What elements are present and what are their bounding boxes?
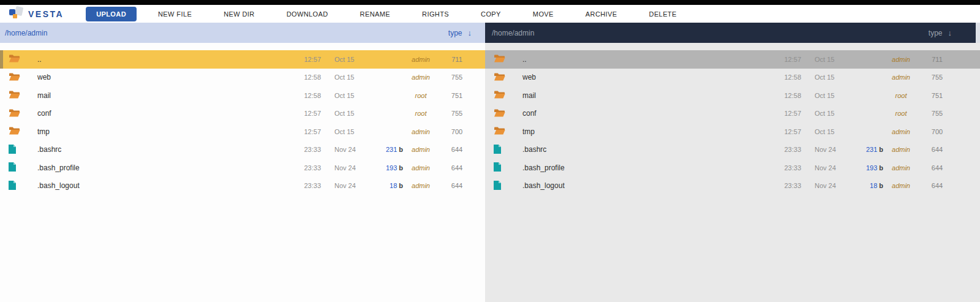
file-date: Nov 24 (801, 146, 853, 153)
file-row[interactable]: .bash_logout 23:33 Nov 24 18b admin 644 (485, 177, 980, 195)
file-row[interactable]: .bash_profile 23:33 Nov 24 193b admin 64… (0, 159, 485, 177)
file-time: 12:57 (766, 56, 801, 63)
file-owner: admin (403, 182, 439, 189)
toolbar-menu: UPLOAD NEW FILE NEW DIR DOWNLOAD RENAME … (86, 7, 693, 21)
file-permissions: 755 (439, 74, 475, 81)
file-date: Oct 15 (801, 56, 853, 63)
folder-icon (494, 54, 505, 64)
file-name: .bash_profile (29, 164, 285, 172)
rights-button[interactable]: RIGHTS (406, 7, 465, 21)
file-time: 23:33 (766, 164, 801, 172)
sort-label: type (929, 29, 943, 37)
file-permissions: 644 (439, 182, 475, 189)
left-pane: /home/admin type ↓ .. 12:57 Oc (0, 23, 485, 302)
folder-icon (9, 90, 20, 100)
current-path: /home/admin (5, 29, 47, 37)
file-name: .. (514, 55, 766, 64)
file-permissions: 700 (439, 128, 475, 135)
file-size: 193b (853, 164, 883, 172)
file-owner: admin (403, 128, 439, 135)
file-row[interactable]: tmp 12:57 Oct 15 admin 700 (0, 123, 485, 141)
vesta-logo[interactable]: VESTA (9, 6, 64, 22)
file-permissions: 644 (439, 146, 475, 153)
folder-icon (9, 54, 20, 64)
move-button[interactable]: MOVE (517, 7, 570, 21)
folder-icon (9, 126, 20, 137)
file-time: 12:58 (285, 74, 321, 81)
file-row[interactable]: web 12:58 Oct 15 admin 755 (485, 69, 980, 87)
file-icon (494, 162, 501, 173)
file-owner: root (403, 92, 439, 99)
file-size: 231b (372, 146, 403, 153)
file-owner: admin (883, 74, 919, 81)
file-owner: root (403, 110, 439, 117)
file-name: .bash_logout (29, 181, 285, 190)
file-permissions: 644 (439, 164, 475, 172)
file-row[interactable]: .. 12:57 Oct 15 admin 711 (485, 50, 980, 69)
file-permissions: 644 (919, 146, 956, 153)
folder-icon (494, 90, 505, 100)
file-date: Oct 15 (321, 92, 372, 99)
right-file-list: .. 12:57 Oct 15 admin 711 web 12:58 Oct … (485, 43, 980, 302)
file-icon (9, 181, 16, 191)
file-icon (9, 145, 16, 155)
file-permissions: 755 (919, 74, 956, 81)
sort-by-type-control[interactable]: type ↓ (448, 28, 472, 37)
file-permissions: 755 (439, 110, 475, 117)
delete-button[interactable]: DELETE (633, 7, 693, 21)
window-top-strip (0, 0, 980, 5)
file-time: 12:57 (766, 128, 801, 135)
toolbar: VESTA UPLOAD NEW FILE NEW DIR DOWNLOAD R… (0, 5, 980, 23)
file-owner: admin (883, 146, 919, 153)
file-date: Oct 15 (801, 74, 853, 81)
file-owner: admin (403, 164, 439, 172)
file-time: 12:57 (285, 128, 321, 135)
file-row[interactable]: .. 12:57 Oct 15 admin 711 (0, 50, 485, 69)
file-name: tmp (514, 127, 766, 136)
file-name: web (29, 73, 285, 81)
new-dir-button[interactable]: NEW DIR (208, 7, 270, 21)
file-date: Oct 15 (801, 128, 853, 135)
file-row[interactable]: mail 12:58 Oct 15 root 751 (0, 86, 485, 105)
file-row[interactable]: web 12:58 Oct 15 admin 755 (0, 69, 485, 87)
sort-by-type-control[interactable]: type ↓ (929, 28, 952, 37)
file-owner: admin (883, 56, 919, 63)
file-time: 23:33 (766, 146, 801, 153)
file-permissions: 751 (439, 92, 475, 99)
download-button[interactable]: DOWNLOAD (271, 7, 344, 21)
file-row[interactable]: .bashrc 23:33 Nov 24 231b admin 644 (0, 141, 485, 159)
file-row[interactable]: .bash_logout 23:33 Nov 24 18b admin 644 (0, 177, 485, 195)
scrollbar[interactable] (976, 23, 980, 43)
file-name: .bashrc (514, 145, 766, 154)
file-time: 12:57 (285, 110, 321, 117)
file-date: Nov 24 (321, 182, 372, 189)
folder-icon (494, 108, 505, 119)
file-date: Nov 24 (801, 182, 853, 189)
file-permissions: 644 (919, 164, 956, 172)
file-name: .bash_logout (514, 181, 766, 190)
file-time: 23:33 (766, 182, 801, 189)
file-date: Oct 15 (801, 110, 853, 117)
file-row[interactable]: conf 12:57 Oct 15 root 755 (485, 105, 980, 123)
rename-button[interactable]: RENAME (344, 7, 406, 21)
new-file-button[interactable]: NEW FILE (142, 7, 208, 21)
file-time: 12:58 (766, 92, 801, 99)
file-owner: root (883, 110, 919, 117)
file-row[interactable]: mail 12:58 Oct 15 root 751 (485, 86, 980, 105)
copy-button[interactable]: COPY (465, 7, 517, 21)
file-permissions: 644 (919, 182, 956, 189)
upload-button[interactable]: UPLOAD (86, 7, 137, 21)
file-row[interactable]: conf 12:57 Oct 15 root 755 (0, 105, 485, 123)
file-owner: admin (883, 128, 919, 135)
file-owner: admin (403, 74, 439, 81)
archive-button[interactable]: ARCHIVE (570, 7, 633, 21)
file-row[interactable]: tmp 12:57 Oct 15 admin 700 (485, 123, 980, 141)
file-size: 18b (372, 182, 403, 189)
file-icon (494, 145, 501, 155)
file-name: .. (29, 55, 285, 64)
file-row[interactable]: .bashrc 23:33 Nov 24 231b admin 644 (485, 141, 980, 159)
file-name: conf (514, 109, 766, 118)
file-name: conf (29, 109, 285, 118)
file-row[interactable]: .bash_profile 23:33 Nov 24 193b admin 64… (485, 159, 980, 177)
right-pane: /home/admin type ↓ .. 12:57 (485, 23, 980, 302)
